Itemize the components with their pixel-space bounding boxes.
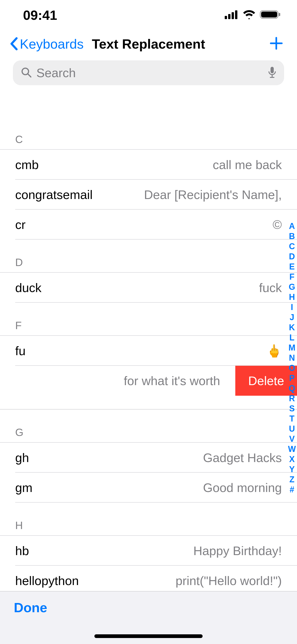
index-letter[interactable]: A <box>289 221 295 231</box>
index-letter[interactable]: M <box>288 343 296 353</box>
battery-icon <box>260 10 281 20</box>
index-letter[interactable]: H <box>289 292 295 302</box>
index-letter[interactable]: X <box>289 454 295 464</box>
status-bar: 09:41 <box>0 0 297 30</box>
svg-rect-3 <box>235 10 237 19</box>
table-row[interactable]: for what it's worthDelete <box>0 366 297 396</box>
phrase-text: 🖕 <box>266 344 282 358</box>
status-right <box>225 10 281 20</box>
index-letter[interactable]: N <box>289 353 295 363</box>
phrase-text: Gadget Hacks <box>203 450 282 465</box>
search-placeholder: Search <box>36 66 264 80</box>
svg-rect-0 <box>225 16 227 19</box>
table-row[interactable]: congratsemailDear [Recipient's Name], <box>0 180 297 210</box>
shortcut-text: cr <box>15 218 26 232</box>
index-letter[interactable]: U <box>289 424 295 434</box>
index-letter[interactable]: C <box>289 242 295 252</box>
wifi-icon <box>243 10 256 20</box>
table-content: Ccmbcall me backcongratsemailDear [Recip… <box>0 88 297 629</box>
phrase-text: Dear [Recipient's Name], <box>144 188 282 202</box>
phrase-text: call me back <box>213 158 282 172</box>
section-header: F <box>0 303 297 336</box>
shortcut-text: duck <box>15 280 42 295</box>
search-container: Search <box>0 58 297 88</box>
phrase-text: Happy Birthday! <box>194 544 282 558</box>
phrase-text: print("Hello world!") <box>176 574 282 588</box>
index-letter[interactable]: Y <box>289 464 295 474</box>
index-letter[interactable]: R <box>289 394 295 404</box>
index-letter[interactable]: # <box>290 484 294 495</box>
svg-rect-1 <box>228 14 230 19</box>
phrase-text: for what it's worth <box>124 374 220 388</box>
table-row[interactable]: cr© <box>0 210 297 240</box>
index-letter[interactable]: F <box>290 272 294 282</box>
index-letter[interactable]: D <box>289 252 295 262</box>
table-row[interactable]: cmbcall me back <box>0 150 297 180</box>
back-button[interactable]: Keyboards <box>9 36 84 52</box>
svg-rect-5 <box>261 12 277 18</box>
phrase-text: © <box>272 218 282 232</box>
index-letter[interactable]: E <box>289 262 295 272</box>
bottom-toolbar: Done <box>0 591 297 644</box>
section-header: D <box>0 240 297 273</box>
table-row[interactable]: fu🖕 <box>0 336 297 366</box>
status-time: 09:41 <box>23 7 57 23</box>
section-index[interactable]: ABCDEFGHIJKLMNOPQRSTUVWXYZ# <box>287 221 296 495</box>
shortcut-text: congratsemail <box>15 188 92 202</box>
shortcut-text: hb <box>15 544 29 558</box>
index-letter[interactable]: W <box>288 444 296 454</box>
index-letter[interactable]: G <box>289 282 295 292</box>
index-letter[interactable]: B <box>289 231 295 242</box>
index-letter[interactable]: Q <box>289 383 295 394</box>
index-letter[interactable]: S <box>289 404 295 414</box>
phrase-text: fuck <box>259 280 282 295</box>
table-row[interactable]: ghGadget Hacks <box>0 443 297 473</box>
section-header: C <box>0 88 297 150</box>
shortcut-text: gm <box>15 480 32 495</box>
shortcut-text: hellopython <box>15 574 79 588</box>
section-header: H <box>0 502 297 536</box>
svg-rect-6 <box>279 13 280 16</box>
section-header: G <box>0 410 297 443</box>
index-letter[interactable]: O <box>289 363 295 373</box>
table-row[interactable]: gmGood morning <box>0 473 297 502</box>
index-letter[interactable]: K <box>289 322 295 332</box>
cellular-icon <box>225 10 238 20</box>
search-input[interactable]: Search <box>13 60 284 85</box>
shortcut-text: fu <box>15 344 26 358</box>
table-row[interactable]: hbHappy Birthday! <box>0 536 297 566</box>
index-letter[interactable]: Z <box>290 474 294 484</box>
index-letter[interactable]: I <box>291 302 293 312</box>
nav-bar: Keyboards Text Replacement <box>0 30 297 58</box>
index-letter[interactable]: P <box>289 373 295 383</box>
index-letter[interactable]: L <box>290 332 294 343</box>
shortcut-text: gh <box>15 450 29 465</box>
index-letter[interactable]: J <box>290 312 294 322</box>
svg-rect-11 <box>270 67 274 73</box>
chevron-left-icon <box>9 37 18 51</box>
shortcut-text: cmb <box>15 158 39 172</box>
done-button[interactable]: Done <box>14 600 283 615</box>
phrase-text: Good morning <box>203 480 282 495</box>
back-label: Keyboards <box>20 36 84 52</box>
home-indicator <box>94 634 202 638</box>
svg-line-10 <box>28 74 31 77</box>
index-letter[interactable]: V <box>289 434 295 444</box>
index-letter[interactable]: T <box>290 414 294 424</box>
svg-rect-2 <box>232 12 234 19</box>
dictation-icon[interactable] <box>268 66 276 79</box>
add-button[interactable] <box>269 36 283 51</box>
plus-icon <box>269 36 283 50</box>
search-icon <box>21 67 32 79</box>
table-row[interactable]: duckfuck <box>0 273 297 303</box>
